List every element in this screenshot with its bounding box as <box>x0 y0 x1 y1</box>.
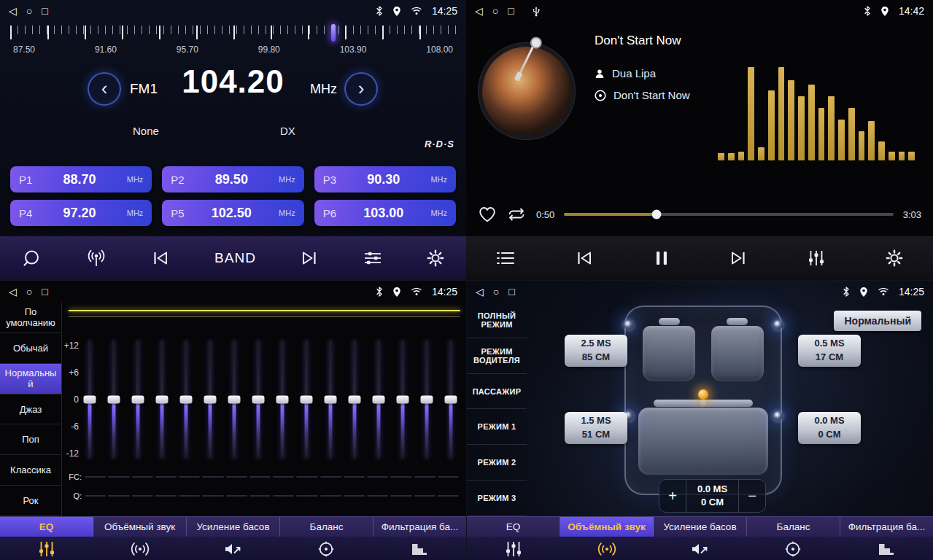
eq-band-slider[interactable] <box>373 341 385 459</box>
eq-band-slider[interactable] <box>276 341 289 459</box>
eq-band-slider[interactable] <box>301 341 313 459</box>
eq-preset-rock[interactable]: Рок <box>0 486 61 516</box>
recents-icon[interactable]: □ <box>42 287 47 297</box>
slider-knob[interactable] <box>373 396 385 404</box>
recents-icon[interactable]: □ <box>508 287 514 297</box>
tab-balance[interactable]: Баланс <box>747 517 840 537</box>
slider-knob[interactable] <box>276 396 289 404</box>
rear-left-delay-button[interactable]: 1.5 MS 51 CM <box>565 412 627 444</box>
preset-button[interactable]: P4 97.20 MHz <box>10 200 152 226</box>
favorite-button[interactable] <box>478 206 497 223</box>
back-icon[interactable]: ◁ <box>9 6 17 16</box>
back-icon[interactable]: ◁ <box>9 287 17 297</box>
frequency-indicator[interactable] <box>331 24 336 42</box>
preset-button[interactable]: P1 88.70 MHz <box>10 166 152 192</box>
tab-filter[interactable]: Фильтрация ба... <box>373 517 466 537</box>
tab-bass-button[interactable] <box>187 541 280 557</box>
tune-sliders-button[interactable] <box>360 247 385 269</box>
mode-driver[interactable]: РЕЖИМ ВОДИТЕЛЯ <box>467 338 527 374</box>
prev-track-button[interactable] <box>572 246 597 270</box>
back-icon[interactable]: ◁ <box>476 287 484 297</box>
seek-up-button[interactable]: › <box>344 72 378 106</box>
eq-band-slider[interactable] <box>204 341 216 459</box>
eq-preset-jazz[interactable]: Джаз <box>0 394 61 425</box>
eq-band-slider[interactable] <box>421 341 433 459</box>
slider-knob[interactable] <box>397 396 409 404</box>
slider-knob[interactable] <box>301 396 313 404</box>
recents-icon[interactable]: □ <box>42 6 47 16</box>
rear-right-delay-button[interactable]: 0.0 MS 0 CM <box>798 412 861 444</box>
pause-button[interactable] <box>651 247 672 269</box>
eq-band-slider[interactable] <box>107 341 120 459</box>
mode-3[interactable]: РЕЖИМ 3 <box>467 481 527 516</box>
tab-eq[interactable]: EQ <box>0 517 93 537</box>
settings-button[interactable] <box>883 246 906 270</box>
slider-knob[interactable] <box>107 396 120 404</box>
mode-1[interactable]: РЕЖИМ 1 <box>467 409 527 445</box>
tab-surround[interactable]: Объёмный звук <box>560 517 654 537</box>
home-icon[interactable]: ○ <box>26 287 32 297</box>
back-icon[interactable]: ◁ <box>475 6 483 16</box>
eq-preset-custom[interactable]: Обычай <box>0 333 61 364</box>
tab-bass-boost[interactable]: Усиление басов <box>187 517 280 537</box>
tab-surround-button[interactable] <box>560 541 654 557</box>
tab-surround-button[interactable] <box>93 541 187 557</box>
eq-band-slider[interactable] <box>325 341 337 459</box>
mode-passenger[interactable]: ПАССАЖИР <box>467 374 527 410</box>
slider-knob[interactable] <box>228 396 240 404</box>
delay-increase-button[interactable]: + <box>659 480 686 512</box>
tab-balance[interactable]: Баланс <box>280 517 373 537</box>
profile-button[interactable]: Нормальный <box>834 311 921 331</box>
delay-decrease-button[interactable]: − <box>739 480 765 512</box>
eq-band-slider[interactable] <box>155 341 168 459</box>
tab-bass-boost[interactable]: Усиление басов <box>654 517 747 537</box>
mode-full[interactable]: ПОЛНЫЙ РЕЖИМ <box>467 303 527 338</box>
eq-mixer-button[interactable] <box>805 247 828 269</box>
eq-band-slider[interactable] <box>445 341 457 459</box>
recents-icon[interactable]: □ <box>508 6 514 16</box>
frequency-ruler[interactable] <box>10 24 456 44</box>
preset-button[interactable]: P2 89.50 MHz <box>162 166 303 192</box>
prev-station-button[interactable] <box>148 246 173 270</box>
repeat-button[interactable] <box>506 206 527 222</box>
eq-band-slider[interactable] <box>252 341 264 459</box>
preset-button[interactable]: P5 102.50 MHz <box>162 200 303 226</box>
tab-surround[interactable]: Объёмный звук <box>93 517 187 537</box>
slider-knob[interactable] <box>421 396 433 404</box>
home-icon[interactable]: ○ <box>493 287 499 297</box>
eq-band-slider[interactable] <box>349 341 361 459</box>
eq-preset-classic[interactable]: Классика <box>0 455 61 486</box>
next-track-button[interactable] <box>726 246 751 270</box>
eq-preset-pop[interactable]: Поп <box>0 424 61 455</box>
slider-knob[interactable] <box>204 396 216 404</box>
next-station-button[interactable] <box>297 246 322 270</box>
home-icon[interactable]: ○ <box>26 6 32 16</box>
slider-knob[interactable] <box>445 396 457 404</box>
listening-position-dot[interactable] <box>698 389 708 400</box>
eq-band-slider[interactable] <box>179 341 192 459</box>
slider-knob[interactable] <box>83 396 96 404</box>
slider-knob[interactable] <box>325 396 337 404</box>
tab-filter-button[interactable] <box>373 541 466 557</box>
slider-knob[interactable] <box>131 396 144 404</box>
tab-balance-button[interactable] <box>279 540 373 558</box>
eq-preset-default[interactable]: По умолчанию <box>0 303 61 333</box>
eq-preset-normal[interactable]: Нормальный <box>0 364 61 394</box>
slider-knob[interactable] <box>349 396 361 404</box>
tab-bass-button[interactable] <box>654 541 747 557</box>
tab-eq[interactable]: EQ <box>467 517 560 537</box>
tab-balance-button[interactable] <box>746 540 840 558</box>
tab-eq-button[interactable] <box>0 540 93 558</box>
tab-filter[interactable]: Фильтрация ба... <box>840 517 933 537</box>
front-right-delay-button[interactable]: 0.5 MS 17 CM <box>798 335 861 367</box>
search-button[interactable] <box>19 246 44 271</box>
preset-button[interactable]: P6 103.00 MHz <box>314 200 456 226</box>
progress-bar[interactable] <box>564 213 893 216</box>
eq-band-slider[interactable] <box>83 341 96 459</box>
slider-knob[interactable] <box>179 396 192 404</box>
mode-2[interactable]: РЕЖИМ 2 <box>467 445 527 481</box>
slider-knob[interactable] <box>252 396 264 404</box>
home-icon[interactable]: ○ <box>492 6 498 16</box>
tab-filter-button[interactable] <box>840 541 933 557</box>
eq-band-slider[interactable] <box>397 341 409 459</box>
